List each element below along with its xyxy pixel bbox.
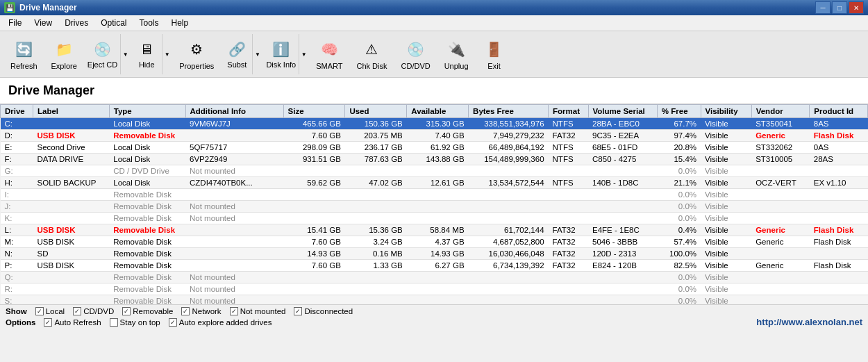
network-checkbox[interactable] <box>181 307 190 315</box>
show-disconnected[interactable]: Disconnected <box>294 307 353 315</box>
table-row[interactable]: P:USB DISKRemovable Disk7.60 GB1.33 GB6.… <box>1 260 868 272</box>
menu-file[interactable]: File <box>3 17 27 29</box>
cddvd-icon: 💿 <box>405 38 427 60</box>
disconnected-checkbox[interactable] <box>294 307 302 315</box>
subst-button[interactable]: 🔗 Subst <box>222 34 252 74</box>
unplug-button[interactable]: 🔌 Unplug <box>438 34 475 74</box>
table-row[interactable]: R:Removable DiskNot mounted0.0%Visible <box>1 283 868 295</box>
diskinfo-arrow[interactable]: ▼ <box>299 34 308 74</box>
menu-tools[interactable]: Tools <box>134 17 165 29</box>
unplug-icon: 🔌 <box>445 38 467 60</box>
menu-help[interactable]: Help <box>166 17 194 29</box>
menu-optical[interactable]: Optical <box>95 17 132 29</box>
smart-icon: 🧠 <box>318 38 340 60</box>
cddvd-button[interactable]: 💿 CD/DVD <box>395 34 437 74</box>
refresh-label: Refresh <box>10 62 37 70</box>
stayontop-checkbox[interactable] <box>110 318 118 327</box>
autoexplore-checkbox[interactable] <box>169 318 177 327</box>
table-row[interactable]: D:USB DISKRemovable Disk7.60 GB203.75 MB… <box>1 130 868 142</box>
properties-label: Properties <box>179 62 214 70</box>
diskinfo-button[interactable]: ℹ️ Disk Info <box>263 34 299 74</box>
title-bar-icon: 💾 <box>4 2 15 13</box>
table-row[interactable]: Q:Removable DiskNot mounted0.0%Visible <box>1 272 868 283</box>
col-used: Used <box>345 105 407 118</box>
col-size: Size <box>283 105 345 118</box>
minimize-button[interactable]: ─ <box>815 1 831 14</box>
hide-label: Hide <box>139 60 155 69</box>
show-cddvd[interactable]: CD/DVD <box>73 307 114 315</box>
autorefresh-checkbox[interactable] <box>44 318 52 327</box>
chkdisk-icon: ⚠ <box>360 38 383 60</box>
diskinfo-split: ℹ️ Disk Info ▼ <box>263 34 308 74</box>
exit-button[interactable]: 🚪 Exit <box>476 34 512 74</box>
table-row[interactable]: N:SDRemovable Disk14.93 GB0.16 MB14.93 G… <box>1 248 868 260</box>
opt-autoexplore[interactable]: Auto explore added drives <box>169 318 272 327</box>
close-button[interactable]: ✕ <box>849 1 864 14</box>
show-label: Show <box>6 307 27 315</box>
show-notmounted[interactable]: Not mounted <box>230 307 286 315</box>
col-type: Type <box>109 105 185 118</box>
drive-table: Drive Label Type Additional Info Size Us… <box>0 104 868 304</box>
table-row[interactable]: I:Removable Disk0.0%Visible <box>1 189 868 201</box>
show-removable[interactable]: Removable <box>122 307 173 315</box>
table-row[interactable]: L:USB DISKRemovable Disk15.41 GB15.36 GB… <box>1 224 868 236</box>
notmounted-checkbox[interactable] <box>230 307 238 315</box>
smart-button[interactable]: 🧠 SMART <box>310 34 349 74</box>
subst-arrow[interactable]: ▼ <box>252 34 262 74</box>
removable-checkbox[interactable] <box>122 307 131 315</box>
diskinfo-icon: ℹ️ <box>272 40 291 59</box>
smart-label: SMART <box>316 62 342 70</box>
opt-autorefresh[interactable]: Auto Refresh <box>44 318 101 327</box>
col-avail: Available <box>407 105 469 118</box>
explore-button[interactable]: 📁 Explore <box>45 34 83 74</box>
menu-drives[interactable]: Drives <box>59 17 94 29</box>
ejectcd-arrow[interactable]: ▼ <box>120 34 130 74</box>
properties-button[interactable]: ⚙ Properties <box>173 34 220 74</box>
table-row[interactable]: M:USB DISKRemovable Disk7.60 GB3.24 GB4.… <box>1 236 868 248</box>
options-row: Options Auto Refresh Stay on top Auto ex… <box>6 317 862 327</box>
menu-view[interactable]: View <box>28 17 58 29</box>
website-link[interactable]: http://www.alexnolan.net <box>756 317 862 327</box>
ejectcd-button[interactable]: 💿 Eject CD <box>85 34 120 74</box>
show-network[interactable]: Network <box>181 307 221 315</box>
ejectcd-icon: 💿 <box>93 40 112 59</box>
opt-stayontop[interactable]: Stay on top <box>110 318 160 327</box>
col-serial: Volume Serial <box>588 105 657 118</box>
cddvd-checkbox[interactable] <box>73 307 81 315</box>
ejectcd-split: 💿 Eject CD ▼ <box>85 34 130 74</box>
diskinfo-label: Disk Info <box>266 60 296 69</box>
col-pct: % Free <box>657 105 701 118</box>
subst-label: Subst <box>227 60 247 69</box>
chkdisk-label: Chk Disk <box>356 62 387 70</box>
col-drive: Drive <box>1 105 33 118</box>
table-row[interactable]: J:Removable DiskNot mounted0.0%Visible <box>1 201 868 213</box>
chkdisk-button[interactable]: ⚠ Chk Disk <box>350 34 393 74</box>
properties-icon: ⚙ <box>185 38 208 60</box>
hide-arrow[interactable]: ▼ <box>162 34 172 74</box>
maximize-button[interactable]: □ <box>832 1 847 14</box>
status-bar: Show Local CD/DVD Removable Network Not … <box>0 304 868 329</box>
table-row[interactable]: H:SOLID BACKUPLocal DiskCZDI4740TB0K...5… <box>1 177 868 189</box>
exit-icon: 🚪 <box>483 38 506 60</box>
col-label: Label <box>33 105 110 118</box>
toolbar: 🔄 Refresh 📁 Explore 💿 Eject CD ▼ 🖥 Hide … <box>0 31 868 78</box>
explore-label: Explore <box>51 62 77 70</box>
table-row[interactable]: S:Removable DiskNot mounted0.0%Visible <box>1 295 868 305</box>
col-bytes: Bytes Free <box>469 105 549 118</box>
col-product: Product Id <box>810 105 868 118</box>
table-row[interactable]: C:Local Disk9VM6WJ7J465.66 GB150.36 GB31… <box>1 118 868 130</box>
unplug-label: Unplug <box>444 62 469 70</box>
subst-icon: 🔗 <box>227 40 247 59</box>
show-local[interactable]: Local <box>35 307 65 315</box>
title-bar-controls: ─ □ ✕ <box>815 1 864 14</box>
title-bar: 💾 Drive Manager ─ □ ✕ <box>0 0 868 15</box>
table-row[interactable]: K:Removable DiskNot mounted0.0%Visible <box>1 213 868 224</box>
explore-icon: 📁 <box>53 38 75 60</box>
table-row[interactable]: G:CD / DVD DriveNot mounted0.0%Visible <box>1 165 868 177</box>
refresh-button[interactable]: 🔄 Refresh <box>4 34 44 74</box>
col-format: Format <box>549 105 588 118</box>
hide-button[interactable]: 🖥 Hide <box>131 34 162 74</box>
table-row[interactable]: E:Second DriveLocal Disk5QF75717298.09 G… <box>1 142 868 154</box>
table-row[interactable]: F:DATA DRIVELocal Disk6VP2Z949931.51 GB7… <box>1 154 868 165</box>
local-checkbox[interactable] <box>35 307 44 315</box>
